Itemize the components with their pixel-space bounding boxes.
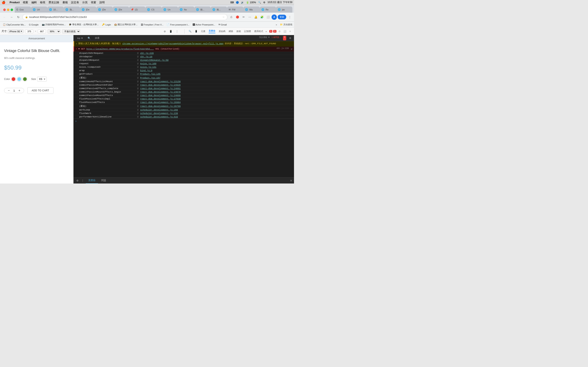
puzzle-icon[interactable]: 🧩: [259, 15, 265, 20]
more-options-icon[interactable]: ⋮: [174, 29, 180, 34]
device-select-dropdown[interactable]: iPhone SE ▾: [8, 29, 24, 33]
color-swatch-blue[interactable]: [17, 77, 21, 81]
settings-icon[interactable]: ⚙: [277, 29, 282, 34]
tab-de1[interactable]: 🌐 [De: [80, 7, 96, 13]
tab-re[interactable]: 🌐 Re: [260, 7, 276, 13]
settings-menu[interactable]: 設定表: [71, 1, 79, 4]
stack-file-link[interactable]: react-dom.development.js:24878: [140, 91, 181, 93]
tab-un[interactable]: 🌐 Un: [162, 7, 178, 13]
search-icon[interactable]: 🔍: [258, 1, 261, 4]
stack-file-link[interactable]: react-dom.development.js:24891: [140, 87, 181, 90]
bookmark-google[interactable]: G Google: [28, 23, 40, 26]
decrease-quantity-button[interactable]: −: [7, 89, 11, 92]
stack-file-link[interactable]: react-dom.development.js:24926: [140, 84, 181, 86]
stack-file-link[interactable]: react-dom.development.js:23150: [140, 80, 181, 83]
stack-file-link[interactable]: react-dom.development.js:26984: [140, 101, 181, 104]
tab-sources[interactable]: 原始碼: [219, 30, 225, 33]
profile-avatar[interactable]: A: [272, 15, 277, 20]
file-menu[interactable]: 檔案: [23, 1, 28, 4]
disable-icon[interactable]: ⊘: [162, 29, 167, 34]
bottom-tab-console[interactable]: 主控台: [86, 178, 98, 184]
bookmark-clipconverter[interactable]: 📋 ClipConverter Mo...: [2, 23, 27, 26]
history-menu[interactable]: 歷史記錄: [49, 1, 59, 4]
help-menu[interactable]: 說明: [99, 1, 105, 4]
edit-menu[interactable]: 編輯: [31, 1, 37, 4]
increase-quantity-button[interactable]: +: [17, 89, 21, 92]
reload-button[interactable]: ↻: [16, 14, 21, 20]
minimize-button[interactable]: [7, 8, 9, 11]
bookmarks-more-button[interactable]: »: [275, 23, 278, 26]
error-expand-icon[interactable]: ↺: [291, 47, 292, 50]
devtools-more-bottom[interactable]: ⋮: [80, 178, 85, 183]
stack-file-link[interactable]: scheduler.development.js:239: [140, 112, 178, 115]
throttle-select[interactable]: 不進行節流: [62, 29, 80, 33]
stack-file-link[interactable]: Axios.js:109: [140, 62, 156, 65]
stack-file-link[interactable]: scheduler.development.js:533: [140, 116, 178, 118]
devtools-filter-icon[interactable]: 🔍: [87, 36, 91, 40]
extension-icon-red[interactable]: 🔴: [235, 15, 240, 20]
notification-icon[interactable]: 🔔: [253, 15, 259, 20]
chrome-menu-icon[interactable]: ⋮: [287, 15, 292, 20]
back-button[interactable]: ←: [2, 14, 7, 20]
edit-icon[interactable]: ✏: [241, 15, 246, 20]
bookmark-powerpoint[interactable]: 📄 Free powerpoint t...: [165, 23, 191, 26]
tab-wa[interactable]: 🌐 Wa: [243, 7, 260, 13]
tab-network[interactable]: 網路: [229, 30, 233, 33]
warning-link[interactable]: chrome-extension://gighmmpjobklfepjocnam…: [122, 42, 223, 45]
devtools-settings-bottom[interactable]: ⚙: [75, 178, 80, 183]
tab-fw[interactable]: ✉ FW: [227, 7, 243, 13]
device-selector[interactable]: 尺寸: iPhone SE ▾: [2, 29, 24, 33]
devtools-close-bottom[interactable]: ✕: [290, 179, 292, 182]
stack-file-link[interactable]: xhr.js:220: [140, 52, 154, 54]
url-bar[interactable]: 🔒 localhost:3000/product/6337d5d73ec2c05…: [22, 14, 227, 20]
window-menu[interactable]: 視窗: [91, 1, 96, 4]
stack-file-link[interactable]: Product.jsx:145: [140, 73, 160, 75]
stack-file-link[interactable]: bind.js:9: [140, 69, 152, 72]
bookmarks-menu[interactable]: 書籤: [62, 1, 68, 4]
close-button[interactable]: [3, 8, 6, 11]
bottom-tab-issues[interactable]: 問題: [99, 178, 109, 184]
forward-button[interactable]: →: [9, 14, 14, 20]
tab-no[interactable]: 🌐 No: [178, 7, 194, 13]
more-icon[interactable]: ⋯: [247, 15, 252, 20]
color-swatch-green[interactable]: [23, 77, 27, 81]
bookmark-ntust[interactable]: 🏫 國立台灣科技大學...: [113, 23, 139, 26]
tab-3[interactable]: 🌐 10...: [47, 7, 64, 13]
share-icon[interactable]: ⎙: [229, 15, 234, 20]
bookmark-student[interactable]: 🎓 學生專區 - 台灣科技大學...: [68, 23, 100, 26]
stack-file-link[interactable]: xhr.js:16: [140, 55, 152, 58]
apple-menu[interactable]: 🍎: [2, 1, 6, 4]
inspect-icon[interactable]: 🔍: [187, 30, 193, 33]
bookmark-login[interactable]: 🔑 Login: [101, 23, 112, 26]
stack-file-link[interactable]: react-dom.development.js:26769: [140, 105, 181, 108]
stack-file-link[interactable]: Product.jsx:157: [140, 77, 160, 79]
console-input[interactable]: [78, 120, 292, 123]
tab-memory[interactable]: 記憶體: [244, 30, 251, 33]
maximize-button[interactable]: [11, 8, 13, 11]
tab-jav[interactable]: 🌐 jav: [276, 7, 292, 13]
control-center-icon[interactable]: ⚙: [263, 1, 265, 4]
error-location[interactable]: xhr.js:220: [277, 47, 289, 50]
bookmark-freepiker[interactable]: 🖼 Freepiker | Free V...: [140, 23, 165, 26]
tab-app[interactable]: 應用程式: [254, 30, 263, 33]
tab-console-active[interactable]: 主控台: [209, 29, 215, 33]
tab-url[interactable]: 🌐 Url: [31, 7, 47, 13]
devtools-filter-tab[interactable]: 篩選: [93, 35, 102, 41]
tab-pin[interactable]: 📌 (2): [129, 7, 145, 13]
stack-file-link[interactable]: scheduler.development.js:266: [140, 109, 178, 111]
size-select[interactable]: XS S M L XL: [37, 77, 47, 82]
devtools-top-dropdown[interactable]: top ▼: [75, 35, 85, 41]
stack-file-link[interactable]: react-dom.development.js:27039: [140, 98, 181, 100]
tab-google[interactable]: G Goo: [15, 7, 31, 13]
tab-de2[interactable]: 🌐 [De: [96, 7, 113, 13]
height-input[interactable]: [38, 30, 46, 33]
tab-de3[interactable]: 🌐 [De: [113, 7, 129, 13]
responsive-icon[interactable]: 📱: [168, 29, 173, 34]
stack-file-link[interactable]: react-dom.development.js:24866: [140, 94, 181, 97]
chrome-menu[interactable]: Product: [9, 1, 20, 4]
tab-cs[interactable]: 🌐 CS: [145, 7, 162, 13]
star-icon[interactable]: ☆: [222, 16, 225, 18]
stack-file-link[interactable]: dispatchRequest.js:58: [140, 59, 169, 61]
devtools-close-icon[interactable]: ✕: [288, 29, 292, 34]
width-input[interactable]: [25, 30, 33, 33]
